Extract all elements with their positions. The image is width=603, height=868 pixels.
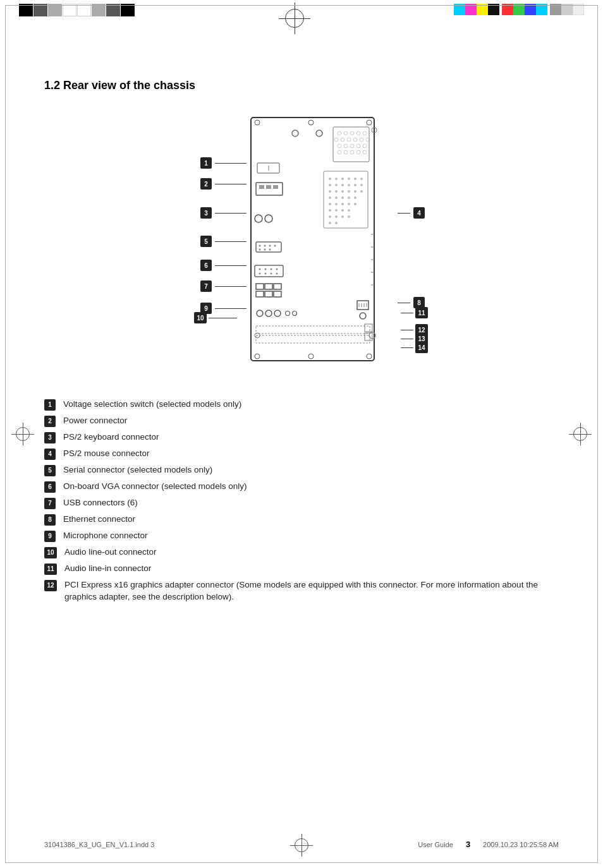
legend-badge-4: 4 [44,449,56,460]
color-bar-red [502,4,513,15]
crosshair-center [279,3,310,34]
footer-right: User Guide 3 2009.10.23 10:25:58 AM [418,840,559,849]
svg-point-55 [354,190,356,193]
legend-label-3: PS/2 keyboard connector [63,431,559,443]
svg-point-63 [335,203,338,205]
svg-point-62 [329,203,331,205]
svg-point-15 [347,138,351,142]
svg-rect-107 [256,326,370,334]
color-bar-magenta [465,4,477,15]
svg-point-14 [341,138,344,142]
callout-4: 4 [398,207,425,219]
legend-label-9: Microphone connector [63,530,559,542]
svg-point-9 [344,131,348,135]
svg-point-75 [329,222,331,224]
svg-point-70 [348,209,350,212]
crosshair-right [569,423,592,445]
svg-point-104 [274,310,281,316]
svg-point-77 [255,215,262,222]
print-mark-sq-2 [34,4,47,16]
svg-point-71 [329,215,331,218]
legend-badge-5: 5 [44,465,56,476]
svg-point-21 [350,144,354,148]
color-bar-blue [525,4,536,15]
legend-item-11: 11 Audio line-in connector [44,563,559,575]
svg-rect-37 [273,185,278,189]
svg-point-19 [338,144,341,148]
legend-badge-12: 12 [44,580,57,591]
color-bar-dg1 [550,4,561,15]
svg-point-67 [329,209,331,212]
legend-label-7: USB connectors (6) [63,497,559,509]
callout-2: 2 [200,178,247,190]
svg-point-89 [265,268,267,270]
color-bar-green [513,4,525,15]
svg-point-76 [335,222,338,224]
svg-rect-109 [365,324,372,332]
legend-badge-1: 1 [44,399,56,411]
user-guide-label: User Guide [418,841,453,848]
svg-point-90 [271,268,272,270]
callout-11: 11 [401,307,428,318]
svg-point-102 [257,310,263,316]
svg-point-22 [356,144,360,148]
svg-point-92 [259,273,261,275]
svg-rect-99 [256,291,264,297]
color-bar-yellow [477,4,488,15]
svg-point-60 [348,196,350,199]
svg-point-26 [350,150,354,154]
svg-rect-108 [256,335,370,343]
svg-point-116 [360,313,366,319]
svg-point-88 [259,268,261,270]
color-bar-cyan2 [536,4,547,15]
svg-point-27 [356,150,360,154]
svg-point-49 [354,184,356,186]
svg-point-11 [356,131,360,135]
svg-point-25 [344,150,348,154]
svg-point-6 [367,354,372,359]
svg-point-68 [335,209,338,212]
svg-rect-36 [266,185,271,189]
legend-badge-6: 6 [44,481,56,493]
callout-3: 3 [200,207,247,219]
svg-point-16 [353,138,357,142]
callout-5: 5 [200,236,247,247]
svg-point-2 [308,120,314,125]
print-mark-sq-4 [63,4,76,16]
legend-label-5: Serial connector (selected models only) [63,464,559,476]
svg-point-28 [363,150,367,154]
svg-point-20 [344,144,348,148]
svg-point-56 [360,190,363,193]
svg-point-4 [255,354,260,359]
legend-badge-7: 7 [44,498,56,509]
svg-point-53 [341,190,344,193]
svg-point-50 [360,184,363,186]
svg-point-73 [341,215,344,218]
legend-list: 1 Voltage selection switch (selected mod… [44,399,559,603]
legend-badge-2: 2 [44,416,56,427]
svg-point-30 [316,130,322,136]
crosshair-left [11,423,34,445]
svg-point-103 [265,310,272,316]
legend-item-5: 5 Serial connector (selected models only… [44,464,559,476]
legend-badge-10: 10 [44,547,57,558]
svg-point-58 [335,196,338,199]
callout-7: 7 [200,280,247,292]
svg-point-54 [348,190,350,193]
footer-date: 2009.10.23 10:25:58 AM [483,841,559,848]
svg-point-84 [259,249,261,251]
legend-item-12: 12 PCI Express x16 graphics adapter conn… [44,579,559,603]
svg-point-1 [255,120,260,125]
svg-point-40 [335,178,338,180]
legend-badge-3: 3 [44,432,56,443]
svg-rect-100 [265,291,272,297]
print-registration [0,0,603,35]
legend-item-7: 7 USB connectors (6) [44,497,559,509]
color-bar-cyan [454,4,465,15]
svg-point-91 [276,268,278,270]
svg-point-80 [259,245,261,247]
svg-rect-79 [256,242,281,252]
legend-item-1: 1 Voltage selection switch (selected mod… [44,399,559,411]
legend-item-9: 9 Microphone connector [44,530,559,542]
svg-rect-97 [265,284,272,289]
